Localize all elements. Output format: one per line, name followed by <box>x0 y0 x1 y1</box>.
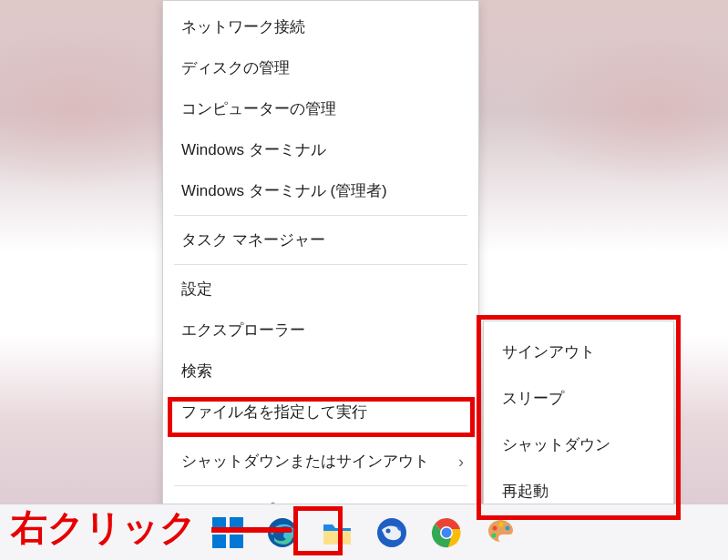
menu-item-network[interactable]: ネットワーク接続 <box>163 6 478 47</box>
svg-point-11 <box>492 525 497 530</box>
paint-icon <box>486 517 517 548</box>
chrome-button[interactable] <box>429 515 464 550</box>
svg-rect-5 <box>323 531 351 545</box>
submenu-item-sleep[interactable]: スリープ <box>484 375 673 422</box>
svg-point-7 <box>385 528 390 533</box>
svg-point-14 <box>491 533 496 537</box>
menu-item-settings[interactable]: 設定 <box>163 269 478 310</box>
submenu-item-shutdown[interactable]: シャットダウン <box>484 422 673 468</box>
menu-item-windows-terminal-admin[interactable]: Windows ターミナル (管理者) <box>163 170 478 211</box>
menu-item-shutdown-signout[interactable]: シャットダウンまたはサインアウト <box>163 441 478 482</box>
submenu-item-signout[interactable]: サインアウト <box>484 329 673 375</box>
file-explorer-button[interactable] <box>320 515 354 550</box>
menu-item-run[interactable]: ファイル名を指定して実行 <box>163 392 478 433</box>
menu-divider <box>174 264 467 265</box>
folder-icon <box>322 519 353 546</box>
menu-item-windows-terminal[interactable]: Windows ターミナル <box>163 129 478 170</box>
shutdown-submenu: サインアウト スリープ シャットダウン 再起動 <box>483 321 674 523</box>
menu-item-task-manager[interactable]: タスク マネージャー <box>163 219 478 260</box>
svg-point-10 <box>441 527 451 537</box>
svg-point-12 <box>498 522 503 526</box>
annotation-rightclick-label: 右クリック <box>11 503 197 553</box>
svg-rect-3 <box>230 535 243 548</box>
menu-item-search[interactable]: 検索 <box>163 351 478 392</box>
menu-item-disk-management[interactable]: ディスクの管理 <box>163 47 478 88</box>
menu-item-explorer[interactable]: エクスプローラー <box>163 310 478 351</box>
thunderbird-button[interactable] <box>374 515 409 550</box>
winx-context-menu: ネットワーク接続 ディスクの管理 コンピューターの管理 Windows ターミナ… <box>162 0 479 537</box>
menu-item-computer-management[interactable]: コンピューターの管理 <box>163 88 478 129</box>
svg-rect-2 <box>212 535 226 548</box>
paint-button[interactable] <box>484 515 518 550</box>
svg-point-13 <box>505 525 509 530</box>
menu-divider <box>174 215 467 216</box>
annotation-arrow-line <box>211 527 292 533</box>
menu-divider <box>174 485 467 486</box>
chrome-icon <box>431 517 462 548</box>
thunderbird-icon <box>376 517 407 548</box>
menu-divider <box>174 436 467 437</box>
